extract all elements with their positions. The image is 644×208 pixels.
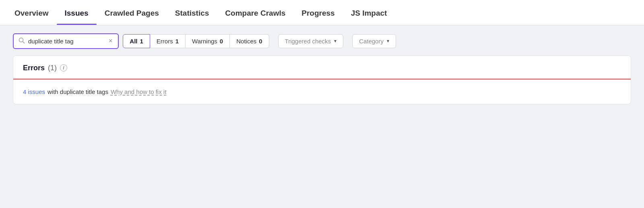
tab-overview[interactable]: Overview xyxy=(13,0,57,25)
issues-section: Errors (1) i 4 issues with duplicate tit… xyxy=(13,55,631,105)
filter-notices-label: Notices xyxy=(236,38,256,45)
issue-row: 4 issues with duplicate title tags Why a… xyxy=(13,80,631,104)
filter-notices-count: 0 xyxy=(259,38,262,45)
section-title: Errors xyxy=(23,64,45,72)
issue-count-link[interactable]: 4 issues xyxy=(23,88,45,95)
chevron-down-icon: ▾ xyxy=(334,38,336,44)
search-input[interactable] xyxy=(28,38,105,45)
filter-notices[interactable]: Notices 0 xyxy=(230,34,269,48)
filter-errors-label: Errors xyxy=(157,38,173,45)
tab-progress[interactable]: Progress xyxy=(293,0,343,25)
clear-search-button[interactable]: × xyxy=(108,38,113,44)
tab-js-impact[interactable]: JS Impact xyxy=(343,0,395,25)
filter-all-label: All xyxy=(130,38,137,45)
filter-warnings-count: 0 xyxy=(220,38,223,45)
info-icon[interactable]: i xyxy=(60,64,67,71)
category-label: Category xyxy=(359,38,384,45)
fix-link[interactable]: Why and how to fix it xyxy=(111,88,166,95)
chevron-down-icon: ▾ xyxy=(387,38,389,44)
tab-nav: Overview Issues Crawled Pages Statistics… xyxy=(0,0,644,25)
search-box: × xyxy=(13,33,119,49)
filter-bar: × All 1 Errors 1 Warnings 0 Notices 0 Tr… xyxy=(0,25,644,55)
filter-warnings-label: Warnings xyxy=(192,38,217,45)
tab-statistics[interactable]: Statistics xyxy=(167,0,217,25)
filter-chips: All 1 Errors 1 Warnings 0 Notices 0 xyxy=(123,34,269,48)
section-header: Errors (1) i xyxy=(13,56,631,79)
issue-text: with duplicate title tags xyxy=(47,88,108,95)
search-icon xyxy=(19,37,25,45)
filter-errors-count: 1 xyxy=(175,38,179,45)
tab-crawled-pages[interactable]: Crawled Pages xyxy=(97,0,167,25)
svg-line-1 xyxy=(23,41,25,43)
filter-all[interactable]: All 1 xyxy=(123,34,150,48)
content-area: Errors (1) i 4 issues with duplicate tit… xyxy=(0,55,644,118)
category-dropdown[interactable]: Category ▾ xyxy=(352,34,396,48)
filter-warnings[interactable]: Warnings 0 xyxy=(186,34,230,48)
section-count: (1) xyxy=(48,64,57,72)
tab-issues[interactable]: Issues xyxy=(57,0,97,25)
filter-errors[interactable]: Errors 1 xyxy=(150,34,186,48)
tab-compare-crawls[interactable]: Compare Crawls xyxy=(217,0,293,25)
triggered-checks-label: Triggered checks xyxy=(285,38,331,45)
filter-all-count: 1 xyxy=(140,38,143,45)
page-container: Overview Issues Crawled Pages Statistics… xyxy=(0,0,644,208)
triggered-checks-dropdown[interactable]: Triggered checks ▾ xyxy=(278,34,344,48)
